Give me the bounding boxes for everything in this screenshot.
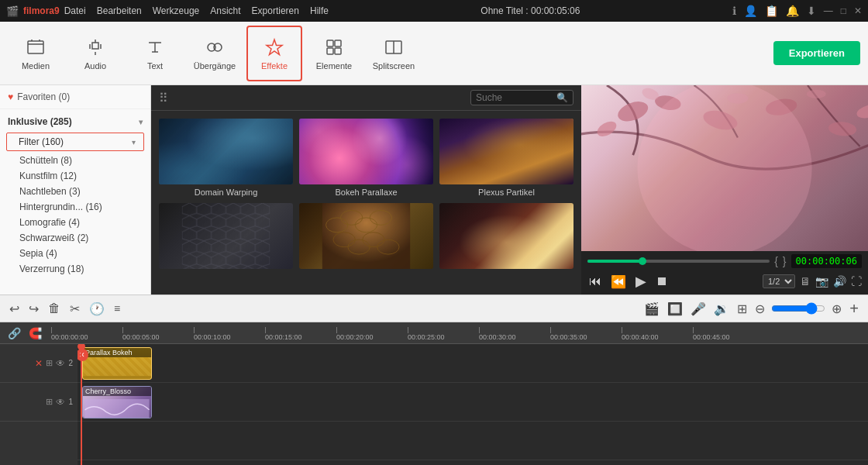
- export-button[interactable]: Exportieren: [773, 41, 860, 65]
- track-1-grid-icon[interactable]: ⊞: [46, 397, 53, 407]
- step-back-btn[interactable]: ⏮: [587, 273, 603, 290]
- speed-select[interactable]: 1/2 1/1 2x: [763, 274, 795, 288]
- menu-bearbeiten[interactable]: Bearbeiten: [97, 5, 142, 16]
- download-icon[interactable]: ⬇: [807, 5, 816, 17]
- notification-icon[interactable]: 🔔: [786, 5, 799, 17]
- clip-parallax-bokeh[interactable]: ✕ Parallax Bokeh: [82, 347, 152, 380]
- bottom-toolbar-right: 🎬 🔲 🎤 🔉 ⊞ ⊖ ⊕ +: [642, 298, 860, 319]
- close-btn[interactable]: ✕: [854, 5, 862, 16]
- progress-thumb[interactable]: [639, 257, 646, 265]
- audio-btn[interactable]: 🎤: [689, 300, 708, 318]
- monitor-btn[interactable]: 🖥: [800, 275, 811, 288]
- sidebar-item-hintergrundin[interactable]: Hintergrundin... (16): [0, 199, 150, 215]
- svg-rect-6: [335, 48, 341, 54]
- screenshot-btn[interactable]: 📷: [815, 275, 828, 288]
- progress-track[interactable]: [587, 260, 770, 263]
- minimize-btn[interactable]: —: [824, 5, 833, 16]
- snap-btn[interactable]: 🔲: [666, 300, 684, 318]
- menu-hilfe[interactable]: Hilfe: [310, 5, 329, 16]
- zoom-slider-container: [771, 302, 825, 315]
- favorites-bar[interactable]: ♥ Favoriten (0): [0, 85, 150, 109]
- voice-btn[interactable]: 🔉: [712, 300, 731, 318]
- settings-btn[interactable]: ≡: [112, 301, 122, 316]
- tl-snap-btn[interactable]: 🧲: [27, 326, 43, 341]
- track-1-eye-icon[interactable]: 👁: [56, 397, 65, 408]
- stop-btn[interactable]: ⏹: [654, 273, 670, 290]
- track-content: ✕ Parallax Bokeh Cherry_Blosso: [78, 344, 868, 465]
- toolbar-elemente[interactable]: Elemente: [306, 26, 362, 81]
- fullscreen-btn[interactable]: ⛶: [851, 275, 862, 288]
- menu-werkzeuge[interactable]: Werkzeuge: [153, 5, 199, 16]
- playback-btns: ⏮ ⏪ ▶ ⏹: [587, 271, 670, 291]
- effect-hex[interactable]: [159, 203, 293, 272]
- maximize-btn[interactable]: □: [841, 5, 846, 16]
- sidebar-item-kunstfilm[interactable]: Kunstfilm (12): [0, 168, 150, 184]
- toolbar-medien-label: Medien: [22, 61, 50, 71]
- account-icon[interactable]: 👤: [744, 5, 757, 17]
- undo-btn[interactable]: ↩: [8, 300, 21, 318]
- play-btn[interactable]: ▶: [634, 271, 648, 291]
- delete-btn[interactable]: 🗑: [46, 300, 62, 317]
- sidebar-subgroup-filter[interactable]: Filter (160) ▾: [6, 133, 144, 151]
- help-icon[interactable]: ℹ: [732, 5, 736, 17]
- rewind-btn[interactable]: ⏪: [609, 273, 628, 291]
- sidebar-item-sepia[interactable]: Sepia (4): [0, 246, 150, 261]
- track-2-eye-icon[interactable]: 👁: [56, 358, 65, 369]
- track-2-num: 2: [68, 359, 73, 367]
- cut-btn[interactable]: ✂: [68, 300, 81, 318]
- sidebar: ♥ Favoriten (0) Inklusive (285) ▾ Filter…: [0, 85, 151, 294]
- sidebar-item-verzerrung[interactable]: Verzerrung (18): [0, 261, 150, 277]
- search-input[interactable]: [476, 92, 553, 103]
- grid-dots-icon[interactable]: ⠿: [159, 91, 168, 105]
- toolbar-text[interactable]: Text: [127, 26, 183, 81]
- clipboard-icon[interactable]: 📋: [765, 5, 778, 17]
- svg-point-29: [637, 85, 811, 251]
- toolbar-uebergaenge[interactable]: Übergänge: [187, 26, 243, 81]
- sidebar-item-lomografie[interactable]: Lomografie (4): [0, 215, 150, 230]
- time-display: 00:00:00:06: [791, 254, 862, 268]
- toolbar-splitscreen[interactable]: Splitscreen: [366, 26, 422, 81]
- effect-domain-thumb: [159, 119, 293, 184]
- preview-controls: { } 00:00:00:06 ⏮ ⏪ ▶ ⏹ 1/2 1/1 2x: [581, 251, 868, 294]
- volume-btn[interactable]: 🔊: [833, 275, 846, 288]
- bracket-left-btn[interactable]: {: [774, 255, 778, 267]
- sidebar-group-inklusive[interactable]: Inklusive (285) ▾: [0, 112, 150, 131]
- toolbar-effekte-label: Effekte: [261, 61, 288, 71]
- sidebar-item-schwarzweiss[interactable]: Schwarzweiß (2): [0, 230, 150, 246]
- history-btn[interactable]: 🕐: [88, 300, 106, 318]
- record-btn[interactable]: ⊞: [735, 300, 749, 318]
- timeline: 🔗 🧲 00:00:00:00 00:00:05:00 0: [0, 322, 868, 465]
- effects-header: ⠿ 🔍: [151, 85, 581, 111]
- effect-domain-warping[interactable]: Domain Warping: [159, 119, 293, 197]
- search-box: 🔍: [470, 90, 574, 105]
- chevron-down-icon-filter: ▾: [132, 138, 136, 146]
- sidebar-item-schuetteln[interactable]: Schütteln (8): [0, 153, 150, 168]
- menu-datei[interactable]: Datei: [64, 5, 86, 16]
- bracket-right-btn[interactable]: }: [783, 255, 787, 267]
- redo-btn[interactable]: ↪: [27, 300, 40, 318]
- sidebar-item-nachtleben[interactable]: Nachtleben (3): [0, 184, 150, 199]
- zoom-slider[interactable]: [771, 302, 825, 315]
- toolbar-audio[interactable]: Audio: [67, 26, 123, 81]
- effect-scales[interactable]: [299, 203, 433, 272]
- effect-bokeh-parallaxe[interactable]: Bokeh Parallaxe: [299, 119, 433, 197]
- zoom-in-btn[interactable]: ⊕: [830, 300, 843, 318]
- toolbar-medien[interactable]: Medien: [8, 26, 64, 81]
- zoom-out-btn[interactable]: ⊖: [753, 300, 766, 318]
- tl-link-btn[interactable]: 🔗: [6, 326, 22, 341]
- timeline-options-btn[interactable]: 🎬: [642, 300, 661, 318]
- svg-point-25: [856, 102, 868, 120]
- clip-cherry-blossom[interactable]: Cherry_Blosso: [82, 386, 152, 418]
- svg-rect-10: [322, 203, 410, 269]
- effect-particles2[interactable]: [439, 203, 574, 272]
- effect-plexus-partikel[interactable]: Plexus Partikel: [439, 119, 574, 197]
- sidebar-group-inklusive-label: Inklusive (285): [8, 116, 72, 127]
- menu-exportieren[interactable]: Exportieren: [252, 5, 299, 16]
- menu-ansicht[interactable]: Ansicht: [210, 5, 240, 16]
- track-2-row: ✕ Parallax Bokeh: [78, 344, 868, 383]
- track-2-delete-icon[interactable]: ✕: [35, 358, 43, 369]
- add-track-btn[interactable]: +: [848, 298, 860, 319]
- track-2-grid-icon[interactable]: ⊞: [46, 358, 53, 368]
- toolbar-effekte[interactable]: Effekte: [246, 26, 302, 81]
- titlebar-menu: Datei Bearbeiten Werkzeuge Ansicht Expor…: [64, 5, 329, 16]
